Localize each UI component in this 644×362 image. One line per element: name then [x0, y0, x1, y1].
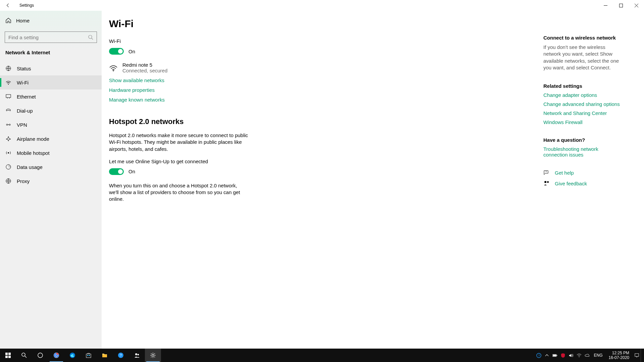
link-hardware-properties[interactable]: Hardware properties: [109, 87, 393, 93]
people-icon: [134, 352, 140, 358]
tray-chevron[interactable]: [543, 349, 551, 362]
get-help-row[interactable]: ? Get help: [543, 170, 624, 176]
window-title: Settings: [19, 3, 34, 8]
svg-point-15: [8, 152, 9, 154]
online-signup-label: Let me use Online Sign-Up to get connect…: [109, 159, 393, 164]
search-box[interactable]: [5, 32, 97, 43]
nav-item-dialup[interactable]: Dial-up: [0, 104, 102, 118]
svg-line-5: [92, 38, 93, 40]
related-heading: Related settings: [543, 83, 624, 89]
link-windows-firewall[interactable]: Windows Firewall: [543, 119, 624, 125]
nav-item-airplane[interactable]: Airplane mode: [0, 132, 102, 146]
taskbar-get-help[interactable]: ?: [113, 349, 129, 362]
svg-point-19: [113, 70, 114, 71]
svg-point-4: [89, 35, 92, 39]
online-signup-toggle[interactable]: [109, 168, 124, 175]
nav-item-status[interactable]: Status: [0, 61, 102, 75]
nav-label: Airplane mode: [17, 136, 49, 142]
minimize-button[interactable]: [598, 0, 613, 11]
chevron-up-icon: [544, 353, 549, 358]
svg-line-51: [154, 353, 155, 354]
link-get-help[interactable]: Get help: [555, 170, 574, 176]
svg-line-48: [151, 353, 152, 354]
link-change-advanced-sharing[interactable]: Change advanced sharing options: [543, 101, 624, 107]
taskbar-settings[interactable]: [145, 349, 161, 362]
nav-item-hotspot[interactable]: Mobile hotspot: [0, 146, 102, 160]
svg-point-33: [55, 354, 57, 356]
connect-description: If you don't see the wireless network yo…: [543, 44, 624, 71]
network-name: Redmi note 5: [122, 62, 167, 68]
online-signup-description: When you turn this on and choose a Hotsp…: [109, 182, 243, 203]
svg-point-12: [6, 124, 8, 125]
nav-item-vpn[interactable]: VPN: [0, 118, 102, 132]
tray-clock[interactable]: 12:25 PM 16-07-2020: [605, 351, 633, 360]
search-input[interactable]: [8, 35, 88, 40]
tray-wifi[interactable]: [575, 349, 583, 362]
tray-language[interactable]: ENG: [591, 353, 605, 358]
current-network[interactable]: Redmi note 5 Connected, secured: [109, 62, 393, 73]
wifi-toggle-state: On: [128, 49, 135, 54]
svg-rect-37: [89, 355, 90, 356]
wifi-toggle[interactable]: [109, 48, 124, 55]
give-feedback-row[interactable]: Give feedback: [543, 180, 624, 186]
wifi-icon: [5, 79, 11, 85]
show-desktop-button[interactable]: [641, 349, 643, 362]
nav-item-datausage[interactable]: Data usage: [0, 160, 102, 174]
back-button[interactable]: [0, 0, 16, 11]
tray-action-center[interactable]: [633, 349, 641, 362]
start-button[interactable]: [0, 349, 16, 362]
link-show-available-networks[interactable]: Show available networks: [109, 77, 393, 83]
svg-point-27: [22, 353, 25, 356]
store-icon: [86, 352, 92, 358]
maximize-button[interactable]: [613, 0, 629, 11]
cortana-button[interactable]: [32, 349, 48, 362]
windows-logo-icon: [5, 352, 11, 358]
link-troubleshooting[interactable]: Troubleshooting network connection issue…: [543, 146, 624, 158]
svg-rect-55: [557, 355, 557, 356]
svg-point-41: [135, 353, 137, 355]
battery-icon: [552, 353, 557, 358]
svg-rect-9: [6, 95, 11, 98]
category-heading: Network & Internet: [0, 43, 102, 59]
hotspot-heading: Hotspot 2.0 networks: [109, 117, 393, 126]
link-change-adapter-options[interactable]: Change adapter options: [543, 92, 624, 98]
svg-text:?: ?: [545, 171, 547, 173]
home-button[interactable]: Home: [0, 13, 102, 28]
taskbar-edge[interactable]: [64, 349, 80, 362]
taskbar-people[interactable]: [129, 349, 145, 362]
tray-mcafee[interactable]: [559, 349, 567, 362]
nav-label: VPN: [17, 122, 27, 128]
nav-item-proxy[interactable]: Proxy: [0, 174, 102, 188]
svg-point-43: [152, 354, 154, 356]
taskbar-store[interactable]: [80, 349, 97, 362]
help-circle-icon: ?: [536, 353, 541, 358]
link-manage-known-networks[interactable]: Manage known networks: [109, 97, 393, 103]
close-button[interactable]: [629, 0, 644, 11]
tray-time: 12:25 PM: [609, 351, 629, 355]
link-network-sharing-center[interactable]: Network and Sharing Center: [543, 110, 624, 116]
connect-heading: Connect to a wireless network: [543, 35, 624, 41]
nav-item-ethernet[interactable]: Ethernet: [0, 89, 102, 104]
folder-icon: [102, 352, 108, 358]
wifi-toggle-label: Wi-Fi: [109, 38, 393, 44]
wifi-signal-icon: [109, 63, 118, 72]
taskbar-chrome[interactable]: [48, 349, 64, 362]
gear-icon: [150, 352, 156, 358]
tray-volume[interactable]: [567, 349, 575, 362]
tray-onedrive[interactable]: [583, 349, 591, 362]
hotspot-icon: [5, 150, 11, 156]
taskbar-file-explorer[interactable]: [97, 349, 113, 362]
aside-panel: Connect to a wireless network If you don…: [543, 35, 624, 186]
nav-label: Mobile hotspot: [17, 150, 50, 156]
speaker-icon: [569, 353, 574, 358]
nav-label: Data usage: [17, 164, 43, 170]
svg-line-50: [151, 357, 152, 357]
link-give-feedback[interactable]: Give feedback: [555, 181, 587, 186]
svg-point-29: [38, 353, 43, 358]
tray-meet-now[interactable]: ?: [535, 349, 543, 362]
search-button[interactable]: [16, 349, 32, 362]
tray-battery[interactable]: [551, 349, 559, 362]
nav-label: Ethernet: [17, 94, 36, 100]
nav-item-wifi[interactable]: Wi-Fi: [0, 75, 102, 89]
svg-rect-23: [5, 353, 8, 355]
